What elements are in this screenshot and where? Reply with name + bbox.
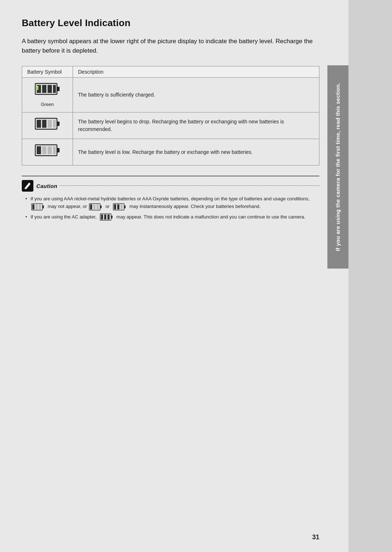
svg-rect-12	[53, 120, 56, 128]
col-header-symbol: Battery Symbol	[22, 66, 73, 77]
svg-rect-8	[57, 122, 60, 126]
green-label: Green	[27, 101, 68, 108]
battery-icon-half	[35, 117, 60, 131]
caution-title: Caution	[36, 183, 57, 189]
svg-rect-36	[111, 216, 113, 218]
svg-rect-29	[97, 204, 99, 209]
svg-rect-15	[37, 146, 41, 154]
caution-list: If you are using AAA nickel-metal hydrid…	[22, 195, 319, 221]
svg-rect-5	[53, 85, 56, 93]
sidebar-tab: If you are using the camera for the firs…	[327, 65, 348, 269]
svg-rect-21	[42, 205, 44, 208]
svg-rect-23	[36, 204, 38, 209]
page-content: Battery Level Indication A battery symbo…	[0, 0, 348, 552]
table-row: 🔋 Green The battery is sufficiently char…	[22, 77, 319, 113]
symbol-cell-half	[22, 113, 73, 139]
svg-rect-9	[37, 120, 41, 128]
svg-rect-10	[42, 120, 46, 128]
svg-rect-3	[42, 85, 46, 93]
description-cell-low: The battery level is low. Recharge the b…	[73, 139, 319, 165]
caution-section: Caution If you are using AAA nickel-meta…	[22, 176, 319, 221]
svg-rect-14	[57, 148, 60, 152]
table-row: The battery level begins to drop. Rechar…	[22, 113, 319, 139]
svg-rect-31	[124, 205, 126, 208]
intro-paragraph: A battery symbol appears at the lower ri…	[22, 37, 319, 56]
battery-inline-icon	[31, 203, 44, 210]
pencil-icon	[24, 182, 31, 190]
sidebar-tab-text: If you are using the camera for the firs…	[334, 83, 342, 251]
page-number: 31	[312, 533, 319, 541]
battery-inline-icon-2	[89, 203, 102, 210]
symbol-cell-full: 🔋 Green	[22, 77, 73, 113]
svg-rect-38	[104, 214, 106, 220]
caution-icon	[22, 180, 33, 192]
svg-rect-4	[48, 85, 52, 93]
caution-item-1: If you are using AAA nickel-metal hydrid…	[25, 195, 319, 210]
svg-rect-39	[107, 214, 110, 220]
caution-header: Caution	[22, 180, 319, 192]
svg-rect-24	[39, 204, 41, 209]
battery-inline-icon-4	[100, 213, 113, 221]
svg-text:🔋: 🔋	[35, 85, 40, 90]
caution-item-2: If you are using the AC adapter, may app…	[25, 213, 319, 221]
page-title: Battery Level Indication	[22, 17, 327, 29]
svg-rect-16	[42, 146, 46, 154]
battery-inline-icon-3	[113, 203, 126, 210]
description-cell-half: The battery level begins to drop. Rechar…	[73, 113, 319, 139]
symbol-cell-low	[22, 139, 73, 165]
svg-rect-34	[121, 204, 123, 209]
svg-rect-18	[53, 146, 56, 154]
table-row: The battery level is low. Recharge the b…	[22, 139, 319, 165]
svg-rect-22	[32, 204, 34, 209]
svg-rect-32	[114, 204, 116, 209]
svg-rect-37	[101, 214, 103, 220]
battery-icon-full: 🔋	[35, 82, 60, 96]
svg-rect-1	[57, 87, 60, 91]
col-header-description: Description	[73, 66, 319, 77]
svg-rect-17	[48, 146, 52, 154]
svg-rect-27	[90, 204, 92, 209]
svg-rect-26	[100, 205, 102, 208]
description-cell-full: The battery is sufficiently charged.	[73, 77, 319, 113]
svg-rect-11	[48, 120, 52, 128]
svg-rect-28	[93, 204, 95, 209]
svg-rect-33	[117, 204, 119, 209]
battery-icon-low	[35, 143, 60, 157]
caution-dashes	[60, 185, 319, 186]
battery-table: Battery Symbol Description	[22, 66, 319, 166]
